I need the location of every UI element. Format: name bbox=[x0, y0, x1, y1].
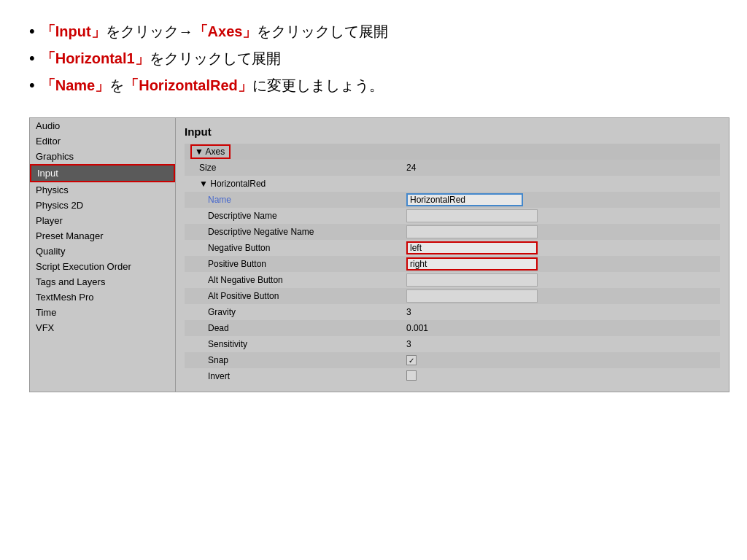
instruction-1-text: 「Input」をクリック→「Axes」をクリックして展開 bbox=[41, 22, 389, 42]
instruction-3-text: 「Name」を「HorizontalRed」に変更しましょう。 bbox=[41, 76, 384, 96]
positive-button-label: Positive Button bbox=[185, 256, 403, 272]
table-row: Snap ✓ bbox=[185, 352, 720, 368]
negative-button-label: Negative Button bbox=[185, 240, 403, 256]
descriptive-name-label: Descriptive Name bbox=[185, 208, 403, 224]
instruction-3-name: 「Name」 bbox=[41, 77, 109, 93]
dead-label: Dead bbox=[185, 320, 403, 336]
horizontalred-section-value bbox=[403, 176, 720, 192]
instruction-1: 「Input」をクリック→「Axes」をクリックして展開 bbox=[29, 22, 718, 42]
table-row: Descriptive Negative Name bbox=[185, 224, 720, 240]
table-row: Gravity 3 bbox=[185, 304, 720, 320]
gravity-label: Gravity bbox=[185, 304, 403, 320]
axes-badge: ▼ Axes bbox=[190, 144, 231, 159]
table-row: Descriptive Name bbox=[185, 208, 720, 224]
snap-value: ✓ bbox=[403, 352, 720, 368]
sidebar-item-graphics[interactable]: Graphics bbox=[30, 149, 175, 164]
axes-header-row: ▼ Axes bbox=[185, 144, 720, 160]
instruction-1-axes: 「Axes」 bbox=[193, 23, 258, 39]
alt-negative-button-label: Alt Negative Button bbox=[185, 272, 403, 288]
table-row: Invert bbox=[185, 368, 720, 384]
negative-button-value bbox=[403, 240, 720, 256]
descriptive-negative-name-label: Descriptive Negative Name bbox=[185, 224, 403, 240]
sidebar-item-editor[interactable]: Editor bbox=[30, 133, 175, 149]
negative-button-input[interactable] bbox=[406, 241, 538, 254]
table-row: Sensitivity 3 bbox=[185, 336, 720, 352]
invert-checkbox[interactable] bbox=[406, 370, 417, 381]
snap-label: Snap bbox=[185, 352, 403, 368]
table-row: Name bbox=[185, 192, 720, 208]
table-row: ▼ HorizontalRed bbox=[185, 176, 720, 192]
content-title: Input bbox=[185, 125, 720, 138]
instruction-3-horizontalred: 「HorizontalRed」 bbox=[124, 77, 252, 93]
name-input[interactable] bbox=[406, 193, 523, 206]
horizontalred-section-label: ▼ HorizontalRed bbox=[185, 176, 403, 192]
sidebar-item-input[interactable]: Input bbox=[30, 164, 175, 182]
table-row: Dead 0.001 bbox=[185, 320, 720, 336]
table-row: Alt Negative Button bbox=[185, 272, 720, 288]
instruction-1-input: 「Input」 bbox=[41, 23, 106, 39]
table-row: Positive Button bbox=[185, 256, 720, 272]
descriptive-negative-name-input[interactable] bbox=[406, 225, 538, 238]
sidebar-item-textmesh-pro[interactable]: TextMesh Pro bbox=[30, 289, 175, 305]
descriptive-name-value bbox=[403, 208, 720, 224]
instruction-2-text: 「Horizontal1」をクリックして展開 bbox=[41, 49, 281, 69]
name-value bbox=[403, 192, 720, 208]
size-value: 24 bbox=[403, 160, 720, 176]
instruction-2: 「Horizontal1」をクリックして展開 bbox=[29, 49, 718, 69]
invert-label: Invert bbox=[185, 368, 403, 384]
instruction-2-horizontal: 「Horizontal1」 bbox=[41, 50, 150, 66]
properties-table: ▼ Axes Size 24 ▼ HorizontalRed Name bbox=[185, 144, 720, 384]
sidebar-item-preset-manager[interactable]: Preset Manager bbox=[30, 228, 175, 244]
alt-positive-button-value bbox=[403, 288, 720, 304]
sidebar-item-tags-and-layers[interactable]: Tags and Layers bbox=[30, 274, 175, 289]
descriptive-negative-name-value bbox=[403, 224, 720, 240]
size-label: Size bbox=[185, 160, 403, 176]
axes-label: ▼ Axes bbox=[185, 144, 403, 160]
table-row: Size 24 bbox=[185, 160, 720, 176]
gravity-value: 3 bbox=[403, 304, 720, 320]
sidebar-item-audio[interactable]: Audio bbox=[30, 118, 175, 133]
sidebar-item-time[interactable]: Time bbox=[30, 305, 175, 320]
content-area: Input ▼ Axes Size 24 ▼ HorizontalRed Na bbox=[176, 118, 729, 392]
alt-negative-button-value bbox=[403, 272, 720, 288]
snap-checkbox[interactable]: ✓ bbox=[406, 355, 417, 365]
instructions-section: 「Input」をクリック→「Axes」をクリックして展開 「Horizontal… bbox=[29, 22, 718, 96]
sidebar-item-physics2d[interactable]: Physics 2D bbox=[30, 198, 175, 213]
sidebar-item-player[interactable]: Player bbox=[30, 213, 175, 228]
table-row: Negative Button bbox=[185, 240, 720, 256]
sensitivity-label: Sensitivity bbox=[185, 336, 403, 352]
sidebar-item-script-execution-order[interactable]: Script Execution Order bbox=[30, 259, 175, 274]
sidebar-item-quality[interactable]: Quality bbox=[30, 244, 175, 259]
alt-positive-button-input[interactable] bbox=[406, 289, 538, 303]
axes-value bbox=[403, 144, 720, 160]
name-label: Name bbox=[185, 192, 403, 208]
sidebar: Audio Editor Graphics Input Physics Phys… bbox=[30, 118, 176, 392]
dead-value: 0.001 bbox=[403, 320, 720, 336]
positive-button-input[interactable] bbox=[406, 257, 538, 271]
alt-negative-button-input[interactable] bbox=[406, 273, 538, 287]
sidebar-item-vfx[interactable]: VFX bbox=[30, 320, 175, 335]
positive-button-value bbox=[403, 256, 720, 272]
instruction-3: 「Name」を「HorizontalRed」に変更しましょう。 bbox=[29, 76, 718, 96]
alt-positive-button-label: Alt Positive Button bbox=[185, 288, 403, 304]
unity-panel: Audio Editor Graphics Input Physics Phys… bbox=[29, 117, 729, 392]
table-row: Alt Positive Button bbox=[185, 288, 720, 304]
invert-value bbox=[403, 368, 720, 384]
descriptive-name-input[interactable] bbox=[406, 209, 538, 222]
sensitivity-value: 3 bbox=[403, 336, 720, 352]
sidebar-item-physics[interactable]: Physics bbox=[30, 182, 175, 198]
